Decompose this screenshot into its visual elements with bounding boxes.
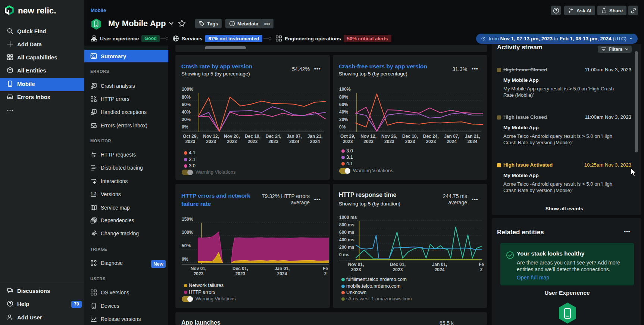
svg-text:2024: 2024 bbox=[277, 271, 287, 276]
svg-text:150%: 150% bbox=[182, 217, 193, 222]
svg-text:1.2: 1.2 bbox=[91, 192, 96, 196]
svg-text:2: 2 bbox=[480, 267, 483, 272]
svg-text:Fe: Fe bbox=[323, 266, 328, 271]
svg-text:Jan 21,: Jan 21, bbox=[465, 134, 480, 139]
svg-text:2: 2 bbox=[324, 271, 327, 276]
svg-text:200 ms: 200 ms bbox=[339, 245, 354, 250]
svg-text:Nov 12,: Nov 12, bbox=[360, 134, 376, 139]
svg-text:0%: 0% bbox=[182, 257, 188, 262]
svg-text:2023: 2023 bbox=[235, 271, 246, 276]
svg-text:Nov 01,: Nov 01, bbox=[191, 266, 207, 271]
svg-text:50%: 50% bbox=[182, 243, 191, 248]
svg-text:0%: 0% bbox=[339, 124, 346, 130]
svg-text:800 ms: 800 ms bbox=[339, 222, 354, 228]
svg-text:2023: 2023 bbox=[384, 139, 394, 144]
svg-text:Dec 01,: Dec 01, bbox=[232, 266, 248, 271]
svg-text:2023: 2023 bbox=[405, 139, 415, 144]
svg-text:20%: 20% bbox=[339, 117, 348, 122]
svg-text:Jan 01,: Jan 01, bbox=[275, 266, 290, 271]
svg-text:2024: 2024 bbox=[447, 139, 457, 144]
svg-text:Nov 26,: Nov 26, bbox=[381, 134, 397, 139]
svg-text:60%: 60% bbox=[339, 102, 348, 107]
svg-text:0 ms: 0 ms bbox=[339, 252, 350, 257]
svg-text:80%: 80% bbox=[339, 95, 348, 100]
svg-text:400 ms: 400 ms bbox=[339, 237, 354, 242]
svg-text:Dec 10,: Dec 10, bbox=[402, 134, 418, 139]
svg-text:2024: 2024 bbox=[435, 267, 445, 272]
svg-text:2023: 2023 bbox=[343, 139, 353, 144]
svg-text:new relic.: new relic. bbox=[18, 6, 56, 15]
svg-text:Oct 29,: Oct 29, bbox=[340, 134, 355, 139]
svg-text:100%: 100% bbox=[339, 87, 351, 92]
svg-text:Dec 24,: Dec 24, bbox=[423, 134, 439, 139]
svg-text:1000 ms: 1000 ms bbox=[339, 215, 357, 220]
svg-text:Jan 07,: Jan 07, bbox=[444, 134, 459, 139]
svg-text:Fe: Fe bbox=[479, 262, 484, 267]
svg-text:Nov 01,: Nov 01, bbox=[348, 262, 364, 267]
svg-text:2024: 2024 bbox=[468, 139, 478, 144]
svg-text:2023: 2023 bbox=[393, 267, 403, 272]
svg-text:40%: 40% bbox=[339, 109, 348, 115]
svg-text:100%: 100% bbox=[182, 230, 193, 235]
svg-text:2023: 2023 bbox=[351, 267, 361, 272]
svg-text:Dec 01,: Dec 01, bbox=[390, 262, 406, 267]
svg-text:Jan 01,: Jan 01, bbox=[432, 262, 447, 267]
svg-text:2023: 2023 bbox=[194, 271, 204, 276]
svg-text:2023: 2023 bbox=[426, 139, 436, 144]
svg-text:600 ms: 600 ms bbox=[339, 230, 354, 235]
svg-text:2023: 2023 bbox=[363, 139, 373, 144]
